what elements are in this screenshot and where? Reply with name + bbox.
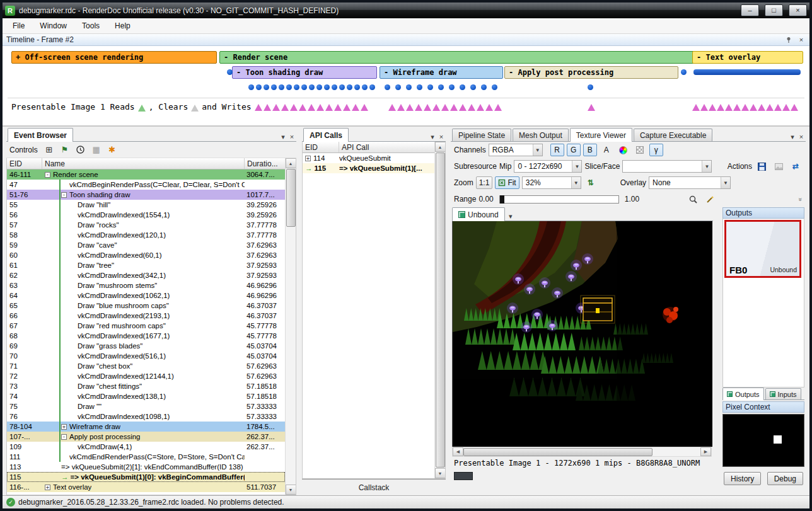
event-row-111[interactable]: 111vkCmdEndRenderPass(C=Store, D=Store, …: [7, 452, 285, 462]
title-bar[interactable]: R debugmarker.rdc - RenderDoc Unofficial…: [3, 3, 809, 18]
event-row-109[interactable]: 109vkCmdDraw(4,1)262.37...: [7, 442, 285, 452]
event-row-70[interactable]: 70vkCmdDrawIndexed(516,1)45.03704: [7, 351, 285, 361]
event-row-66[interactable]: 66vkCmdDrawIndexed(2193,1)46.37037: [7, 311, 285, 321]
event-row-63[interactable]: 63Draw "mushroom stems"46.96296: [7, 280, 285, 290]
channel-g-button[interactable]: G: [567, 144, 581, 156]
draw-event-dot[interactable]: [385, 84, 390, 90]
column-api-call[interactable]: API Call: [339, 142, 445, 152]
scroll-up-icon[interactable]: ▲: [435, 142, 446, 152]
tab-mesh-output[interactable]: Mesh Output: [513, 129, 569, 141]
draw-event-dot[interactable]: [438, 84, 444, 90]
write-triangle-icon[interactable]: [782, 104, 790, 111]
close-icon[interactable]: ×: [437, 132, 446, 141]
tab-api-calls[interactable]: API Calls: [303, 128, 349, 142]
tab-capture-executable[interactable]: Capture Executable: [634, 129, 712, 141]
autofit-wand-button[interactable]: [703, 193, 717, 205]
channel-b-button[interactable]: B: [583, 144, 597, 156]
draw-event-dot[interactable]: [588, 84, 593, 90]
write-triangle-icon[interactable]: [361, 104, 368, 111]
event-row-56[interactable]: 56vkCmdDrawIndexed(1554,1)39.25926: [7, 210, 285, 220]
timeline-bar[interactable]: - Wireframe draw: [380, 66, 503, 79]
timeline-bar[interactable]: - Text overlay: [692, 51, 803, 64]
timeline-marker-line[interactable]: [693, 69, 801, 75]
write-triangle-icon[interactable]: [397, 104, 405, 111]
expander-icon[interactable]: +: [305, 156, 311, 161]
event-row-47[interactable]: 47vkCmdBeginRenderPass(C=Clear, D=Clear,…: [7, 180, 285, 190]
draw-event-dot[interactable]: [347, 84, 352, 90]
panel-menu-icon[interactable]: ▾: [428, 132, 437, 141]
menu-item-file[interactable]: File: [5, 18, 32, 33]
history-button[interactable]: History: [724, 472, 761, 485]
write-triangle-icon[interactable]: [299, 104, 306, 111]
write-triangle-icon[interactable]: [766, 104, 774, 111]
draw-event-dot[interactable]: [248, 84, 254, 90]
zoom-range-button[interactable]: [686, 193, 700, 205]
write-triangle-icon[interactable]: [485, 104, 493, 111]
draw-event-dot[interactable]: [316, 84, 322, 90]
write-triangle-icon[interactable]: [741, 104, 749, 111]
scroll-left-icon[interactable]: ◀: [453, 447, 463, 456]
event-row-74[interactable]: 74vkCmdDrawIndexed(138,1)57.18518: [7, 391, 285, 401]
api-call-row-115[interactable]: →115=> vkQueueSubmit(1)[...: [303, 163, 434, 173]
colorwheel-button[interactable]: [616, 144, 630, 156]
draw-event-dot[interactable]: [256, 84, 262, 90]
write-triangle-icon[interactable]: [281, 104, 289, 111]
menu-item-window[interactable]: Window: [32, 18, 74, 33]
draw-event-dot[interactable]: [470, 84, 476, 90]
splitter[interactable]: [296, 128, 302, 495]
draw-event-dot[interactable]: [449, 84, 455, 90]
minimize-button[interactable]: –: [741, 4, 759, 16]
expander-icon[interactable]: +: [45, 485, 50, 490]
panel-menu-icon[interactable]: ▾: [279, 132, 287, 141]
write-triangle-icon[interactable]: [424, 104, 431, 111]
draw-event-dot[interactable]: [460, 84, 465, 90]
draw-event-dot[interactable]: [354, 84, 360, 90]
tab-outputs[interactable]: Outputs: [722, 388, 764, 400]
event-row-78-104[interactable]: 78-104+Wireframe draw1784.5...: [7, 422, 285, 432]
event-row-69[interactable]: 69Draw "grass blades"45.03704: [7, 341, 285, 351]
draw-event-dot[interactable]: [395, 84, 401, 90]
close-icon[interactable]: ×: [797, 132, 806, 141]
write-triangle-icon[interactable]: [415, 104, 422, 111]
event-row-59[interactable]: 59Draw "cave"37.62963: [7, 240, 285, 250]
draw-event-dot[interactable]: [271, 84, 277, 90]
draw-event-dot[interactable]: [279, 84, 284, 90]
overlay-combo[interactable]: None▼: [649, 176, 731, 189]
draw-event-dot[interactable]: [309, 84, 315, 90]
api-calls-vscrollbar[interactable]: ▲ ▼: [434, 142, 445, 478]
scroll-th umb[interactable]: [436, 152, 445, 468]
write-triangle-icon[interactable]: [450, 104, 458, 111]
splitter[interactable]: [446, 128, 451, 495]
timeline-bar[interactable]: - Apply post processing: [504, 66, 678, 79]
column-eid[interactable]: EID: [303, 142, 339, 152]
event-row-75[interactable]: 75Draw ""57.33333: [7, 401, 285, 411]
write-triangle-icon[interactable]: [733, 104, 741, 111]
checkerboard-button[interactable]: [633, 144, 647, 156]
write-triangle-icon[interactable]: [692, 104, 700, 111]
event-row-72[interactable]: 72vkCmdDrawIndexed(12144,1)57.62963: [7, 371, 285, 381]
timeline-bar[interactable]: - Toon shading draw: [232, 66, 377, 79]
write-triangle-icon[interactable]: [343, 104, 351, 111]
write-triangle-icon[interactable]: [255, 104, 262, 111]
channel-r-button[interactable]: R: [550, 144, 564, 156]
write-triangle-icon[interactable]: [758, 104, 765, 111]
draw-event-dot[interactable]: [339, 84, 345, 90]
write-triangle-icon[interactable]: [308, 104, 315, 111]
write-triangle-icon[interactable]: [477, 104, 484, 111]
tab-unbound-texture[interactable]: Unbound: [452, 207, 505, 221]
range-handle[interactable]: [500, 195, 504, 204]
gamma-button[interactable]: γ: [649, 144, 663, 156]
event-row-76[interactable]: 76vkCmdDrawIndexed(1098,1)57.33333: [7, 411, 285, 422]
write-triangle-icon[interactable]: [725, 104, 733, 111]
write-triangle-icon[interactable]: [264, 104, 271, 111]
zoom-1to1-button[interactable]: 1:1: [476, 176, 493, 189]
write-triangle-icon[interactable]: [717, 104, 724, 111]
write-triangle-icon[interactable]: [588, 104, 595, 111]
draw-event-dot[interactable]: [369, 84, 375, 90]
zoom-combo[interactable]: 32%▼: [522, 176, 581, 189]
draw-event-dot[interactable]: [427, 84, 433, 90]
event-row-57[interactable]: 57Draw "rocks"37.77778: [7, 220, 285, 230]
pixel-context-canvas[interactable]: [722, 414, 804, 467]
event-row-68[interactable]: 68vkCmdDrawIndexed(1677,1)45.77778: [7, 331, 285, 341]
write-triangle-icon[interactable]: [774, 104, 782, 111]
